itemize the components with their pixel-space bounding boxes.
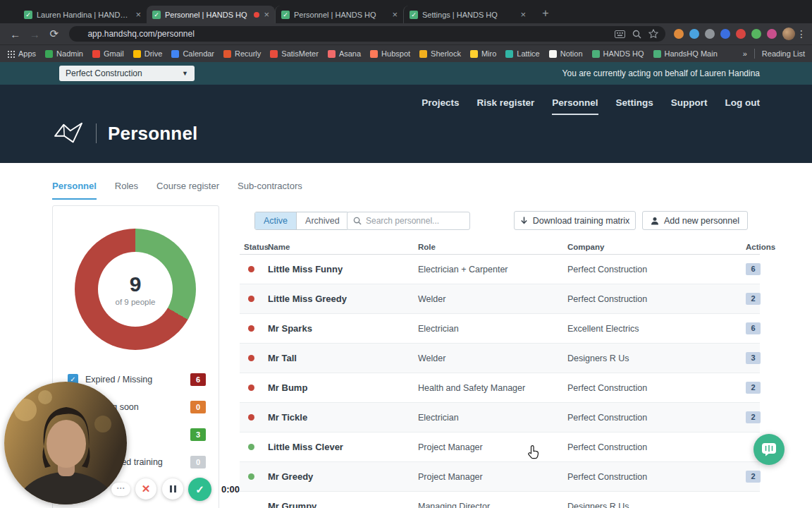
nav-settings[interactable]: Settings — [616, 97, 653, 115]
keyboard-icon[interactable] — [615, 30, 625, 38]
table-row[interactable]: Little Miss CleverProject ManagerPerfect… — [240, 433, 760, 462]
chat-launcher-button[interactable] — [753, 434, 785, 465]
browser-tab[interactable]: Lauren Handina | HANDS HQ× — [18, 6, 147, 23]
tab-close-icon[interactable]: × — [520, 10, 526, 19]
reading-list-button[interactable]: Reading List — [762, 49, 805, 58]
actions-count-badge[interactable]: 2 — [746, 293, 761, 305]
personnel-role: Welder — [418, 353, 567, 363]
active-archived-toggle: Active Archived — [254, 212, 349, 230]
table-body: Little Miss FunnyElectrician + Carpenter… — [240, 255, 760, 508]
bookmark-lattice[interactable]: Lattice — [505, 49, 539, 58]
tab-close-icon[interactable]: × — [135, 10, 141, 19]
filter-active-button[interactable]: Active — [255, 212, 296, 229]
extension-icon[interactable] — [751, 29, 761, 39]
cancel-recording-button[interactable]: ✕ — [135, 478, 156, 500]
company-selector[interactable]: Perfect Construction ▼ — [59, 66, 195, 81]
search-icon — [353, 217, 362, 225]
url-text: app.handshq.com/personnel — [87, 29, 615, 39]
extension-icon[interactable] — [767, 29, 777, 39]
tab-sub-contractors[interactable]: Sub-contractors — [238, 181, 302, 200]
table-row[interactable]: Mr GrumpyManaging DirectorDesigners R Us — [240, 492, 760, 508]
bookmark-recurly[interactable]: Recurly — [223, 49, 261, 58]
extension-icon[interactable] — [705, 29, 715, 39]
new-tab-button[interactable]: + — [537, 5, 554, 22]
nav-risk-register[interactable]: Risk register — [476, 97, 534, 115]
favicon — [328, 50, 336, 58]
personnel-company: Perfect Construction — [567, 472, 746, 482]
browser-tab[interactable]: Settings | HANDS HQ× — [403, 6, 531, 23]
extension-icon[interactable] — [720, 29, 730, 39]
personnel-role: Electrician — [418, 413, 567, 423]
extension-icon[interactable] — [689, 29, 699, 39]
table-row[interactable]: Mr SparksElectricianExcellent Electrics6 — [240, 314, 760, 344]
chrome-menu-icon[interactable]: ⋮ — [796, 28, 806, 40]
bookmark-calendar[interactable]: Calendar — [171, 49, 214, 58]
download-training-matrix-button[interactable]: Download training matrix — [514, 211, 636, 230]
actions-count-badge[interactable]: 6 — [746, 322, 761, 334]
bookmark-gmail[interactable]: Gmail — [92, 49, 124, 58]
more-options-button[interactable]: ··· — [111, 483, 130, 496]
tab-close-icon[interactable]: × — [392, 10, 398, 19]
browser-tab[interactable]: Personnel | HANDS HQ× — [275, 6, 403, 23]
tab-personnel[interactable]: Personnel — [52, 181, 97, 200]
bookmark-nadmin[interactable]: Nadmin — [45, 49, 83, 58]
personnel-name: Mr Tall — [268, 353, 418, 363]
nav-support[interactable]: Support — [671, 97, 708, 115]
bookmark-notion[interactable]: Notion — [549, 49, 583, 58]
forward-icon[interactable]: → — [26, 25, 42, 42]
favicon — [270, 50, 278, 58]
actions-count-badge[interactable]: 2 — [746, 471, 761, 483]
actions-count-badge[interactable]: 6 — [746, 263, 761, 275]
bookmark-handshq-main[interactable]: HandsHQ Main — [653, 49, 718, 58]
nav-log-out[interactable]: Log out — [725, 97, 760, 115]
search-input[interactable] — [366, 216, 464, 226]
tab-roles[interactable]: Roles — [115, 181, 138, 200]
table-row[interactable]: Little Miss GreedyWelderPerfect Construc… — [240, 284, 760, 314]
bookmark-sherlock[interactable]: Sherlock — [419, 49, 461, 58]
personnel-name: Little Miss Greedy — [268, 294, 418, 304]
bookmark-apps[interactable]: Apps — [7, 49, 36, 58]
bookmark-hands-hq[interactable]: HANDS HQ — [592, 49, 644, 58]
table-row[interactable]: Mr TickleElectricianPerfect Construction… — [240, 403, 760, 433]
bookmark-hubspot[interactable]: Hubspot — [370, 49, 410, 58]
bookmarks-overflow-icon[interactable]: » — [743, 49, 747, 58]
tab-close-icon[interactable]: × — [264, 10, 269, 19]
urlbar-icons — [615, 29, 658, 39]
reload-icon[interactable]: ⟳ — [46, 25, 62, 42]
finish-recording-button[interactable]: ✓ — [188, 478, 211, 501]
add-new-personnel-button[interactable]: Add new personnel — [642, 211, 748, 230]
actions-count-badge[interactable]: 2 — [746, 411, 761, 423]
profile-avatar[interactable] — [782, 28, 795, 40]
bookmark-satismeter[interactable]: SatisMeter — [270, 49, 319, 58]
actions-cell: 2 — [746, 382, 777, 394]
extension-icon[interactable] — [736, 29, 746, 39]
address-bar[interactable]: app.handshq.com/personnel — [69, 26, 665, 42]
table-row[interactable]: Mr TallWelderDesigners R Us3 — [240, 344, 760, 373]
back-icon[interactable]: ← — [7, 25, 23, 42]
bookmark-miro[interactable]: Miro — [470, 49, 496, 58]
browser-tab[interactable]: Personnel | HANDS HQ× — [147, 6, 275, 23]
table-row[interactable]: Mr GreedyProject ManagerPerfect Construc… — [240, 462, 760, 492]
filter-archived-button[interactable]: Archived — [296, 212, 348, 229]
bookmark-label: Notion — [560, 49, 583, 58]
personnel-table: Status Name Role Company Actions Little … — [240, 239, 760, 508]
handshq-favicon — [410, 11, 418, 19]
actions-count-badge[interactable]: 3 — [746, 352, 761, 364]
person-icon — [651, 217, 659, 225]
nav-projects[interactable]: Projects — [422, 97, 459, 115]
status-count-badge: 0 — [190, 456, 206, 468]
personnel-role: Electrician + Carpenter — [418, 265, 567, 274]
bookmark-drive[interactable]: Drive — [133, 49, 163, 58]
bookmark-star-icon[interactable] — [648, 29, 658, 39]
table-row[interactable]: Little Miss FunnyElectrician + Carpenter… — [240, 255, 760, 284]
tab-course-register[interactable]: Course register — [156, 181, 219, 200]
nav-personnel[interactable]: Personnel — [552, 97, 598, 115]
table-row[interactable]: Mr BumpHealth and Safety ManagerPerfect … — [240, 373, 760, 403]
actions-count-badge[interactable]: 2 — [746, 382, 761, 394]
zoom-icon[interactable] — [632, 30, 641, 39]
pause-recording-button[interactable] — [162, 478, 183, 500]
bookmark-label: Gmail — [104, 49, 124, 58]
bookmark-asana[interactable]: Asana — [328, 49, 361, 58]
favicon — [92, 50, 100, 58]
extension-icon[interactable] — [674, 29, 684, 39]
